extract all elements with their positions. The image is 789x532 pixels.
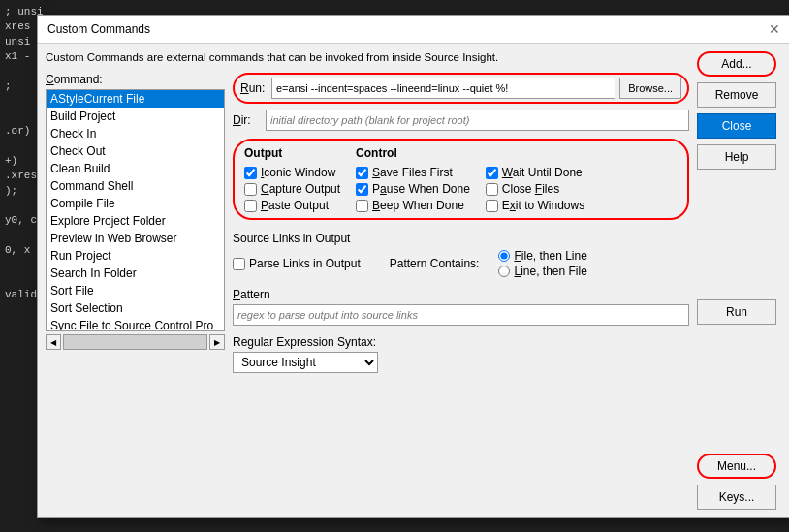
exit-to-windows-checkbox[interactable] xyxy=(486,200,498,212)
source-links-row: Parse Links in Output Pattern Contains: … xyxy=(233,249,689,278)
capture-output-checkbox[interactable] xyxy=(244,183,257,196)
dialog-body: Custom Commands are external commands th… xyxy=(38,44,789,517)
dir-input[interactable] xyxy=(266,110,689,131)
save-files-first-label: Save Files First xyxy=(372,166,453,179)
command-list-container: Command: AStyleCurrent File Build Projec… xyxy=(46,73,225,373)
right-panel: Add... Remove Close Help Run Menu... Key… xyxy=(697,51,784,510)
radio-group: File, then Line Line, then File xyxy=(498,249,586,278)
regex-section: Regular Expression Syntax: Source Insigh… xyxy=(233,335,689,373)
iconic-window-checkbox[interactable] xyxy=(244,167,257,179)
iconic-window-checkbox-row[interactable]: Iconic Window xyxy=(244,166,340,179)
control-title: Control xyxy=(356,146,470,160)
parse-links-label: Parse Links in Output xyxy=(249,257,361,270)
pause-when-done-label: Pause When Done xyxy=(372,182,470,196)
info-text: Custom Commands are external commands th… xyxy=(46,51,689,63)
pause-when-done-row[interactable]: Pause When Done xyxy=(356,182,470,196)
command-right: Run: e=ansi --indent=spaces --lineend=li… xyxy=(233,73,689,373)
list-item[interactable]: Check Out xyxy=(47,142,224,160)
close-files-row[interactable]: Close Files xyxy=(486,182,584,196)
list-item[interactable]: Clean Build xyxy=(47,160,224,177)
list-item[interactable]: Preview in Web Browser xyxy=(47,230,224,247)
file-then-line-radio[interactable] xyxy=(498,250,510,262)
control-spacer xyxy=(486,146,584,160)
pattern-label-row: Pattern xyxy=(233,288,689,301)
exit-to-windows-row[interactable]: Exit to Windows xyxy=(486,199,584,212)
dialog-title: Custom Commands xyxy=(47,22,150,36)
pattern-section: Pattern xyxy=(233,288,689,326)
wait-until-done-row[interactable]: Wait Until Done xyxy=(486,166,584,179)
command-label: Command: xyxy=(46,73,225,86)
line-then-file-label: Line, then File xyxy=(514,265,586,278)
dir-field-row: Dir: xyxy=(233,110,689,131)
iconic-window-label: Iconic Window xyxy=(261,166,335,179)
pattern-label: Pattern xyxy=(233,288,270,301)
scroll-track[interactable] xyxy=(63,334,207,350)
list-item[interactable]: Run Project xyxy=(47,247,224,265)
paste-output-label: Paste Output xyxy=(261,199,329,212)
menu-button[interactable]: Menu... xyxy=(697,454,776,479)
list-item[interactable]: Sync File to Source Control Pro xyxy=(47,317,224,331)
file-then-line-row[interactable]: File, then Line xyxy=(498,249,586,263)
help-button[interactable]: Help xyxy=(697,144,776,170)
control-group: Control Save Files First Pause When Done xyxy=(356,146,470,212)
beep-when-done-label: Beep When Done xyxy=(372,199,464,212)
list-item[interactable]: Search In Folder xyxy=(47,265,224,282)
close-dialog-button[interactable]: Close xyxy=(697,113,776,139)
list-item[interactable]: Build Project xyxy=(47,108,224,125)
dialog-titlebar: Custom Commands ✕ xyxy=(38,16,789,44)
paste-output-checkbox[interactable] xyxy=(244,200,257,212)
list-item[interactable]: Sort File xyxy=(47,282,224,299)
remove-button[interactable]: Remove xyxy=(697,82,776,108)
list-item[interactable]: Check In xyxy=(47,125,224,142)
capture-output-checkbox-row[interactable]: Capture Output xyxy=(244,182,340,196)
custom-commands-dialog: Custom Commands ✕ Custom Commands are ex… xyxy=(37,15,789,518)
regex-label: Regular Expression Syntax: xyxy=(233,335,689,349)
scroll-left-btn[interactable]: ◀ xyxy=(46,334,61,350)
beep-when-done-checkbox[interactable] xyxy=(356,200,368,212)
exit-to-windows-label: Exit to Windows xyxy=(502,199,584,212)
dir-label: Dir: xyxy=(233,113,260,127)
pause-when-done-checkbox[interactable] xyxy=(356,183,368,196)
command-list[interactable]: AStyleCurrent File Build Project Check I… xyxy=(46,89,225,331)
command-section: Command: AStyleCurrent File Build Projec… xyxy=(46,73,689,373)
add-button[interactable]: Add... xyxy=(697,51,776,77)
regex-select[interactable]: Source Insight Perl POSIX xyxy=(233,352,378,373)
file-then-line-label: File, then Line xyxy=(514,249,586,263)
scroll-right-btn[interactable]: ▶ xyxy=(209,334,225,350)
checkbox-groups-row: Output Iconic Window Capture Output xyxy=(244,146,678,212)
beep-when-done-row[interactable]: Beep When Done xyxy=(356,199,470,212)
list-item[interactable]: Command Shell xyxy=(47,177,224,195)
wait-until-done-checkbox[interactable] xyxy=(486,167,498,179)
paste-output-checkbox-row[interactable]: Paste Output xyxy=(244,199,340,212)
pattern-input[interactable] xyxy=(233,304,689,326)
close-icon[interactable]: ✕ xyxy=(767,21,782,37)
list-item[interactable]: AStyleCurrent File xyxy=(47,90,224,108)
list-item[interactable]: Compile File xyxy=(47,195,224,212)
run-button[interactable]: Run xyxy=(697,299,776,325)
list-item[interactable]: Explore Project Folder xyxy=(47,212,224,230)
left-panel: Custom Commands are external commands th… xyxy=(46,51,689,510)
close-files-checkbox[interactable] xyxy=(486,183,498,196)
line-then-file-row[interactable]: Line, then File xyxy=(498,265,586,278)
run-field-container: Run: e=ansi --indent=spaces --lineend=li… xyxy=(233,73,689,104)
source-links-title: Source Links in Output xyxy=(233,232,689,245)
run-label: Run: xyxy=(240,81,268,95)
checkboxes-container: Output Iconic Window Capture Output xyxy=(233,139,689,220)
capture-output-label: Capture Output xyxy=(261,182,340,196)
wait-until-done-label: Wait Until Done xyxy=(502,166,583,179)
parse-links-checkbox[interactable] xyxy=(233,258,245,270)
save-files-first-checkbox[interactable] xyxy=(356,167,368,179)
output-title: Output xyxy=(244,146,340,160)
parse-links-row[interactable]: Parse Links in Output xyxy=(233,257,361,270)
pattern-contains-label: Pattern Contains: xyxy=(390,257,480,270)
line-then-file-radio[interactable] xyxy=(498,266,510,277)
list-scrollbar: ◀ ▶ xyxy=(46,334,225,350)
close-files-label: Close Files xyxy=(502,182,559,196)
save-files-first-row[interactable]: Save Files First xyxy=(356,166,470,179)
list-item[interactable]: Sort Selection xyxy=(47,299,224,317)
browse-button[interactable]: Browse... xyxy=(619,78,681,99)
keys-button[interactable]: Keys... xyxy=(697,485,776,510)
run-input[interactable]: e=ansi --indent=spaces --lineend=linux -… xyxy=(271,78,615,99)
output-group: Output Iconic Window Capture Output xyxy=(244,146,340,212)
source-links-section: Source Links in Output Parse Links in Ou… xyxy=(233,232,689,278)
